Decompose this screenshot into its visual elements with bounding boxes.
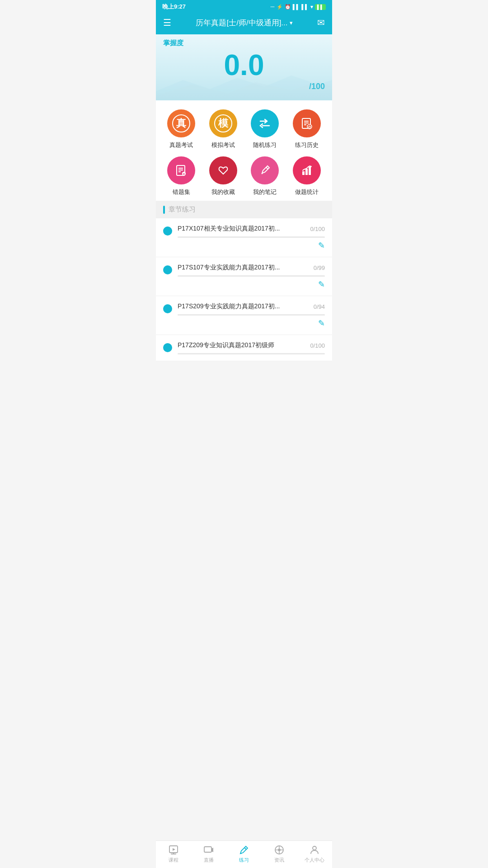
svg-text:×: × <box>183 172 185 176</box>
action-practice-history[interactable]: ⏱ 练习历史 <box>286 109 328 149</box>
svg-rect-14 <box>305 169 308 175</box>
list-title-3: P17S209专业实践能力真题2017初... <box>178 302 310 311</box>
list-count-1: 0/100 <box>310 226 325 232</box>
list-item[interactable]: P17Z209专业知识真题2017初级师 0/100 <box>156 335 332 361</box>
favorites-icon <box>209 156 237 184</box>
notes-icon <box>251 156 279 184</box>
action-stats[interactable]: 做题统计 <box>286 156 328 196</box>
svg-line-12 <box>266 167 268 169</box>
menu-icon[interactable]: ☰ <box>163 17 171 28</box>
list-title-1: P17X107相关专业知识真题2017初... <box>178 225 306 233</box>
list-dot-4 <box>163 343 172 352</box>
list-title-4: P17Z209专业知识真题2017初级师 <box>178 341 306 349</box>
notes-label: 我的笔记 <box>253 188 277 196</box>
list-title-2: P17S107专业实践能力真题2017初... <box>178 264 310 272</box>
list-dot-3 <box>163 304 172 313</box>
mock-exam-icon: 模 <box>209 109 237 137</box>
action-mock-exam[interactable]: 模 模拟考试 <box>202 109 244 149</box>
status-icons: ··· ⚡ ⏰ ▌▌ ▌▌ ▾ ▌▌ <box>270 4 326 10</box>
list-progress-2 <box>178 275 325 277</box>
list-progress-1 <box>178 236 325 238</box>
list-content-4: P17Z209专业知识真题2017初级师 0/100 <box>178 341 325 354</box>
wrong-set-label: 错题集 <box>173 188 190 196</box>
action-random-practice[interactable]: 随机练习 <box>244 109 286 149</box>
edit-icon-3[interactable]: ✎ <box>318 318 325 328</box>
list-dot-1 <box>163 226 172 236</box>
action-my-favorites[interactable]: 我的收藏 <box>202 156 244 196</box>
svg-rect-13 <box>302 171 305 175</box>
random-practice-label: 随机练习 <box>253 141 277 149</box>
header-title-container[interactable]: 历年真题[士/师/中级通用]... ▾ <box>196 18 292 28</box>
status-time: 晚上9:27 <box>162 3 186 11</box>
action-wrong-set[interactable]: × 错题集 <box>160 156 202 196</box>
list-content-2: P17S107专业实践能力真题2017初... 0/99 ✎ <box>178 264 325 289</box>
section-bar-decoration <box>163 206 165 214</box>
list-item[interactable]: P17S209专业实践能力真题2017初... 0/94 ✎ <box>156 296 332 335</box>
wrong-set-icon: × <box>167 156 195 184</box>
practice-history-label: 练习历史 <box>295 141 319 149</box>
mail-icon[interactable]: ✉ <box>317 17 325 28</box>
mock-exam-label: 模拟考试 <box>211 141 235 149</box>
list-count-2: 0/99 <box>314 264 325 271</box>
mastery-section: 掌握度 0.0 /100 <box>156 34 332 100</box>
app-header: ☰ 历年真题[士/师/中级通用]... ▾ ✉ <box>156 13 332 34</box>
actions-grid: 真 真题考试 模 模拟考试 随机练习 ⏱ 练习历史 <box>156 100 332 201</box>
list-item[interactable]: P17X107相关专业知识真题2017初... 0/100 ✎ <box>156 218 332 257</box>
list-count-4: 0/100 <box>310 342 325 349</box>
random-practice-icon <box>251 109 279 137</box>
edit-icon-1[interactable]: ✎ <box>318 241 325 250</box>
section-header: 章节练习 <box>156 201 332 218</box>
list-content-1: P17X107相关专业知识真题2017初... 0/100 ✎ <box>178 225 325 250</box>
mastery-label: 掌握度 <box>163 39 325 47</box>
chevron-down-icon: ▾ <box>290 19 293 26</box>
list-dot-2 <box>163 265 172 274</box>
list-content: P17X107相关专业知识真题2017初... 0/100 ✎ P17S107专… <box>156 218 332 391</box>
list-item[interactable]: P17S107专业实践能力真题2017初... 0/99 ✎ <box>156 257 332 296</box>
real-exam-label: 真题考试 <box>169 141 193 149</box>
real-exam-icon: 真 <box>167 109 195 137</box>
action-my-notes[interactable]: 我的笔记 <box>244 156 286 196</box>
section-title: 章节练习 <box>169 205 196 214</box>
stats-icon <box>293 156 321 184</box>
favorites-label: 我的收藏 <box>211 188 235 196</box>
stats-label: 做题统计 <box>295 188 319 196</box>
edit-icon-2[interactable]: ✎ <box>318 279 325 289</box>
mountain-decoration <box>156 73 332 100</box>
list-content-3: P17S209专业实践能力真题2017初... 0/94 ✎ <box>178 302 325 328</box>
list-count-3: 0/94 <box>314 303 325 310</box>
status-bar: 晚上9:27 ··· ⚡ ⏰ ▌▌ ▌▌ ▾ ▌▌ <box>156 0 332 13</box>
list-progress-4 <box>178 353 325 354</box>
practice-history-icon: ⏱ <box>293 109 321 137</box>
header-title-text: 历年真题[士/师/中级通用]... <box>196 18 287 28</box>
svg-text:⏱: ⏱ <box>308 125 311 129</box>
list-progress-3 <box>178 314 325 316</box>
action-real-exam[interactable]: 真 真题考试 <box>160 109 202 149</box>
